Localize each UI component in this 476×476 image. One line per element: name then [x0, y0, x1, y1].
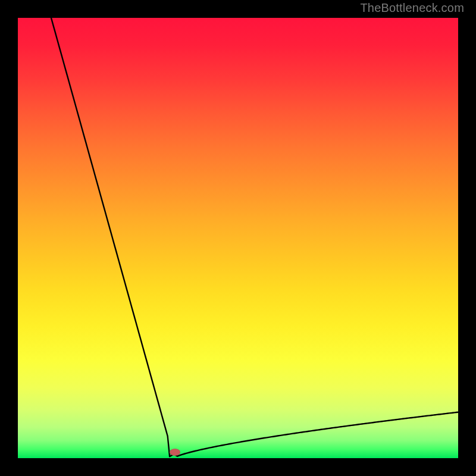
plot-area [18, 18, 458, 458]
bottleneck-curve-svg [18, 18, 458, 458]
attribution-text: TheBottleneck.com [360, 1, 464, 15]
optimal-point-marker [170, 449, 180, 456]
bottleneck-curve-path [51, 18, 458, 456]
